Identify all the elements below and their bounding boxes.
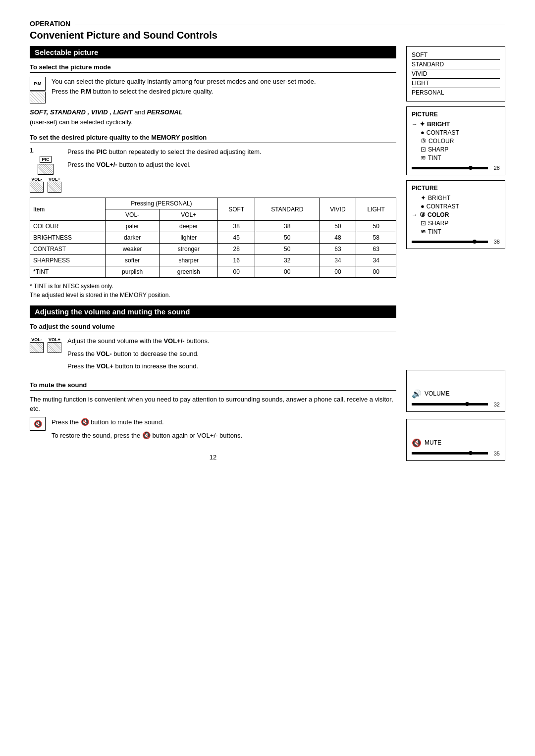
cell-soft: 00 (218, 266, 255, 278)
volm-bold: VOL- (97, 350, 112, 357)
mute-speaker-icon: 🔇 (412, 438, 422, 448)
modes-text: SOFT, STANDARD , VIVID , LIGHT and PERSO… (30, 107, 396, 127)
page-container: OPERATION Convenient Picture and Sound C… (30, 20, 505, 461)
picture-panel1-bar: 28 (412, 165, 500, 171)
item-icon: ✦ (420, 120, 425, 128)
right-panels: SOFTSTANDARDVIVIDLIGHTPERSONAL PICTURE →… (406, 46, 505, 461)
item-icon: ⊡ (421, 146, 426, 153)
step-icons: 1. PIC VOL- VOL+ (30, 147, 61, 193)
cell-soft: 28 (218, 244, 255, 255)
cell-vol-minus: weaker (105, 244, 160, 255)
cell-vivid: 48 (320, 232, 356, 244)
picture-panel1-rows: →✦BRIGHT●CONTRAST③COLOUR⊡SHARP≋TINT (412, 120, 500, 162)
volume-label: VOLUME (425, 390, 450, 397)
col-light: LIGHT (356, 198, 396, 221)
modes-panel: SOFTSTANDARDVIVIDLIGHTPERSONAL (406, 46, 505, 101)
mute-bar: 35 (412, 451, 500, 456)
mode-list-item: PERSONAL (412, 88, 500, 97)
mute-icon-block: 🔇 Press the 🔇 button to mute the sound. … (30, 417, 396, 444)
item-icon: ✦ (421, 194, 426, 202)
picture-panel-row: ≋TINT (412, 227, 500, 236)
col-vol-plus: VOL+ (160, 209, 218, 221)
pm-bold: P.M (81, 88, 91, 95)
vol-adj-body1: Adjust the sound volume with the VOL+/- … (67, 336, 210, 346)
cell-standard: 50 (255, 232, 320, 244)
pm-icon-wrapper: P.M (30, 77, 46, 103)
item-icon: ⊡ (421, 219, 426, 227)
item-label: COLOUR (428, 138, 454, 145)
main-content: Selectable picture To select the picture… (30, 46, 396, 461)
mute-label: MUTE (425, 439, 441, 446)
cell-light: 50 (356, 221, 396, 232)
cell-standard: 38 (255, 221, 320, 232)
item-label: COLOR (428, 211, 449, 218)
picture-panel2-title: PICTURE (412, 185, 500, 192)
cell-soft: 16 (218, 255, 255, 266)
volume-bar: 32 (412, 402, 500, 407)
cell-vivid: 63 (320, 244, 356, 255)
picture-panel-row: ●CONTRAST (412, 128, 500, 137)
vol-icons: VOL- VOL+ (30, 177, 61, 193)
cell-vol-minus: paler (105, 221, 160, 232)
cell-item: CONTRAST (30, 244, 106, 255)
cell-soft: 45 (218, 232, 255, 244)
cell-vol-plus: deeper (160, 221, 218, 232)
mode-list-item: SOFT (412, 50, 500, 60)
operation-header: OPERATION (30, 20, 505, 28)
vol-plus-adj-icon: VOL+ (48, 337, 61, 353)
vol-adj-body3: Press the VOL+ button to increase the so… (67, 361, 210, 371)
pic-label: PIC (40, 156, 51, 163)
mute-icon-inline2: 🔇 (142, 431, 151, 439)
mute-icon: 🔇 (30, 417, 46, 431)
page-number: 12 (30, 454, 396, 461)
pm-icon-block: P.M You can select the picture quality i… (30, 77, 396, 103)
spacer (406, 254, 505, 363)
col-item: Item (30, 198, 106, 221)
pic-bold: PIC (97, 148, 107, 155)
modes-bold-italic: SOFT, STANDARD , VIVID , LIGHT (30, 108, 133, 116)
cell-item: *TINT (30, 266, 106, 278)
cell-vivid: 50 (320, 221, 356, 232)
picture-panel1-value: 28 (490, 165, 500, 171)
col-pressing: Pressing (PERSONAL) (105, 198, 217, 209)
cell-light: 00 (356, 266, 396, 278)
cell-standard: 50 (255, 244, 320, 255)
vol-minus-icon: VOL- (30, 177, 44, 193)
mute-icon-inline1: 🔇 (81, 418, 89, 426)
cell-standard: 32 (255, 255, 320, 266)
picture-panel-row: ●CONTRAST (412, 202, 500, 210)
pic-body1: Press the PIC button repeatedly to selec… (67, 147, 262, 157)
volpm-bold: VOL+/- (163, 337, 184, 345)
picture-panel-row: →✦BRIGHT (412, 120, 500, 128)
item-label: SHARP (428, 146, 448, 153)
vol-adj-body2: Press the VOL- button to decrease the so… (67, 349, 210, 359)
table-row: BRIGHTNESS darker lighter 45 50 48 58 (30, 232, 396, 244)
memory-note: The adjusted level is stored in the MEMO… (30, 292, 396, 299)
picture-panel2-value: 38 (490, 239, 500, 245)
volume-value: 32 (490, 402, 500, 407)
picture-panel-row: →③COLOR (412, 210, 500, 219)
speaker-icon: 🔊 (412, 389, 422, 399)
two-column-layout: Selectable picture To select the picture… (30, 46, 505, 461)
picture-panel-row: ⊡SHARP (412, 145, 500, 153)
picture-panel2-bar: 38 (412, 239, 500, 245)
section-selectable-picture: Selectable picture (30, 46, 396, 58)
picture-panel-1: PICTURE →✦BRIGHT●CONTRAST③COLOUR⊡SHARP≋T… (406, 106, 505, 175)
step-number: 1. (30, 147, 61, 154)
cell-vol-plus: greenish (160, 266, 218, 278)
picture-panel-row: ✦BRIGHT (412, 194, 500, 202)
mute-body3: To restore the sound, press the 🔇 button… (52, 430, 242, 441)
section-adjusting-volume: Adjusting the volume and muting the soun… (30, 305, 396, 318)
vol-bold: VOL+/- (97, 161, 117, 168)
cell-vol-plus: lighter (160, 232, 218, 244)
col-standard: STANDARD (255, 198, 320, 221)
cell-vol-minus: purplish (105, 266, 160, 278)
vol-adjust-block: VOL- VOL+ Adjust the sound volume with t… (30, 336, 396, 374)
col-vivid: VIVID (320, 198, 356, 221)
pm-body1: You can select the picture quality insta… (52, 77, 316, 96)
operation-line (75, 24, 505, 24)
subsection-select-mode: To select the picture mode (30, 63, 396, 73)
mute-row: 🔇 MUTE (412, 438, 500, 448)
cell-item: COLOUR (30, 221, 106, 232)
mode-list-item: VIVID (412, 69, 500, 79)
